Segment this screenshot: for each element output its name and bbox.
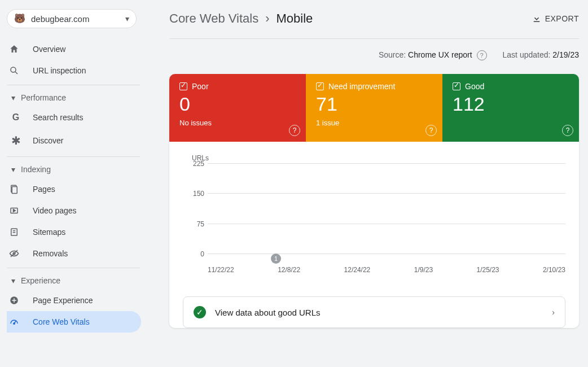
chevron-down-icon: ▾	[11, 276, 15, 285]
chevron-down-icon: ▾	[11, 165, 15, 174]
export-label: EXPORT	[545, 14, 579, 23]
metric-value: 112	[453, 93, 569, 115]
sidebar-item-label: Discover	[33, 136, 63, 145]
circle-plus-icon	[9, 295, 23, 305]
main-content: Core Web Vitals › Mobile EXPORT Source: …	[147, 0, 588, 367]
eye-off-icon	[9, 248, 23, 259]
x-tick: 1/9/23	[414, 266, 433, 274]
metric-sub: 1 issue	[316, 119, 432, 127]
google-icon: G	[9, 112, 23, 123]
metric-sub: No issues	[179, 119, 296, 127]
sidebar-section-performance[interactable]: ▾ Performance	[7, 89, 147, 107]
metric-label-text: Good	[465, 82, 484, 91]
cwv-card: Poor 0 No issues ? Need improvement 71 1…	[169, 74, 579, 328]
sidebar-item-page-experience[interactable]: Page Experience	[7, 290, 141, 311]
sidebar-item-sitemaps[interactable]: Sitemaps	[7, 221, 141, 243]
sidebar-item-search-results[interactable]: G Search results	[7, 107, 141, 128]
chart-x-axis: 11/22/2212/8/2212/24/221/9/231/25/232/10…	[208, 266, 565, 274]
home-icon	[9, 44, 23, 54]
sidebar-item-removals[interactable]: Removals	[7, 243, 141, 264]
help-icon[interactable]: ?	[562, 125, 573, 136]
sidebar-section-experience[interactable]: ▾ Experience	[7, 272, 147, 290]
export-button[interactable]: EXPORT	[532, 14, 579, 24]
metric-label-text: Poor	[192, 82, 209, 91]
svg-point-0	[11, 67, 16, 72]
sidebar-section-label: Indexing	[21, 165, 51, 174]
search-icon	[9, 65, 23, 76]
metric-good[interactable]: Good 112 ?	[442, 74, 579, 142]
meta-row: Source: Chrome UX report ? Last updated:…	[169, 39, 579, 74]
sidebar-item-label: URL inspection	[33, 66, 86, 75]
page-icon	[9, 184, 23, 194]
speedometer-icon	[9, 317, 23, 327]
help-icon[interactable]: ?	[477, 50, 487, 60]
chevron-right-icon: ›	[265, 11, 269, 26]
chart-y-label: URLs	[192, 154, 565, 162]
download-icon	[532, 14, 542, 24]
sidebar: 🐻 debugbear.com ▾ Overview URL inspectio…	[0, 0, 147, 367]
chevron-down-icon: ▾	[11, 93, 15, 102]
metric-value: 71	[316, 93, 432, 115]
sidebar-item-video-pages[interactable]: Video pages	[7, 200, 141, 221]
breadcrumb: Core Web Vitals › Mobile	[169, 11, 313, 26]
metric-need-improvement[interactable]: Need improvement 71 1 issue ?	[306, 74, 442, 142]
site-selector[interactable]: 🐻 debugbear.com ▾	[7, 9, 137, 28]
help-icon[interactable]: ?	[425, 125, 437, 136]
chart-area: 0751502251	[208, 163, 565, 254]
x-tick: 11/22/22	[208, 266, 234, 274]
checkbox-icon	[179, 82, 187, 90]
x-tick: 12/24/22	[344, 266, 371, 274]
svg-point-7	[14, 323, 15, 324]
sidebar-item-label: Sitemaps	[33, 228, 65, 237]
sidebar-item-label: Video pages	[33, 206, 77, 215]
chart: URLs 0751502251 11/22/2212/8/2212/24/221…	[169, 142, 579, 278]
video-icon	[9, 206, 23, 216]
sidebar-item-label: Search results	[33, 113, 83, 122]
sidebar-section-label: Experience	[21, 276, 60, 285]
sidebar-item-label: Overview	[33, 45, 65, 54]
x-tick: 12/8/22	[278, 266, 300, 274]
checkbox-icon	[453, 82, 460, 90]
breadcrumb-current: Mobile	[276, 11, 313, 26]
view-good-urls-link[interactable]: ✓ View data about good URLs ›	[183, 296, 565, 328]
sidebar-item-overview[interactable]: Overview	[7, 38, 141, 60]
metric-label-text: Need improvement	[328, 82, 395, 91]
caret-down-icon: ▾	[125, 14, 129, 23]
site-favicon: 🐻	[14, 13, 25, 24]
sidebar-item-pages[interactable]: Pages	[7, 178, 141, 200]
svg-rect-2	[12, 187, 17, 194]
breadcrumb-root[interactable]: Core Web Vitals	[169, 11, 258, 26]
sidebar-item-label: Core Web Vitals	[33, 317, 90, 326]
chevron-right-icon: ›	[552, 308, 555, 317]
sidebar-item-url-inspection[interactable]: URL inspection	[7, 60, 141, 81]
metrics-row: Poor 0 No issues ? Need improvement 71 1…	[169, 74, 579, 142]
x-tick: 1/25/23	[476, 266, 499, 274]
sidebar-item-label: Removals	[33, 249, 68, 258]
sidebar-section-indexing[interactable]: ▾ Indexing	[7, 160, 147, 178]
metric-poor[interactable]: Poor 0 No issues ?	[169, 74, 306, 142]
last-updated: Last updated: 2/19/23	[503, 50, 579, 60]
help-icon[interactable]: ?	[289, 125, 300, 136]
checkbox-icon	[316, 82, 324, 90]
divider	[7, 268, 140, 268]
link-label: View data about good URLs	[215, 308, 552, 317]
metric-value: 0	[179, 93, 296, 115]
asterisk-icon: ✱	[9, 134, 23, 147]
x-tick: 2/10/23	[543, 266, 565, 274]
sidebar-item-label: Page Experience	[33, 296, 93, 305]
sidebar-item-discover[interactable]: ✱ Discover	[7, 128, 141, 153]
topbar: Core Web Vitals › Mobile EXPORT	[169, 11, 579, 39]
source-info: Source: Chrome UX report ?	[379, 50, 487, 60]
divider	[7, 85, 140, 85]
event-marker[interactable]: 1	[271, 254, 281, 264]
sidebar-section-label: Performance	[21, 93, 66, 102]
site-name: debugbear.com	[31, 14, 125, 24]
check-circle-icon: ✓	[194, 306, 206, 318]
sitemap-icon	[9, 227, 23, 237]
divider	[7, 156, 140, 157]
sidebar-item-core-web-vitals[interactable]: Core Web Vitals	[7, 311, 141, 333]
sidebar-item-label: Pages	[33, 185, 55, 194]
